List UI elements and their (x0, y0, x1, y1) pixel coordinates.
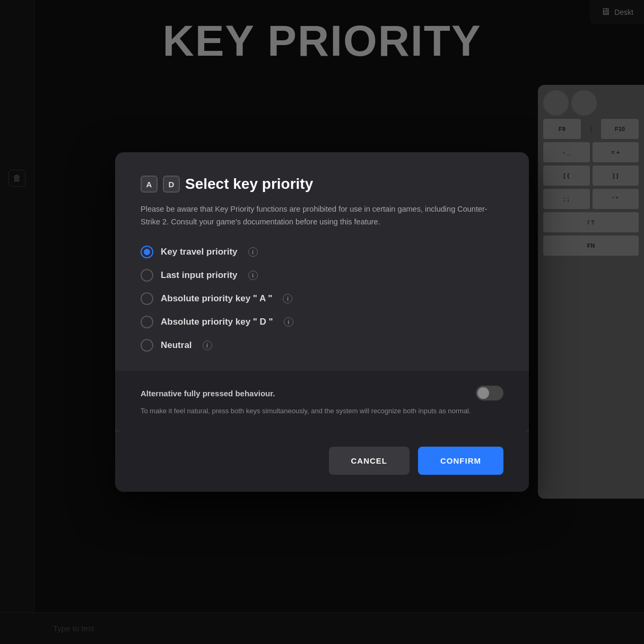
option-abs-a[interactable]: Absolute priority key " A " i (141, 292, 503, 305)
key-badge-d: D (163, 176, 180, 193)
option-neutral[interactable]: Neutral i (141, 339, 503, 352)
option-abs-d[interactable]: Absolute priority key " D " i (141, 316, 503, 328)
info-icon-last-input[interactable]: i (248, 271, 258, 280)
dialog-title: Select key priority (185, 176, 313, 193)
radio-key-travel[interactable] (141, 246, 153, 258)
toggle-description: To make it feel natural, press both keys… (141, 406, 503, 417)
option-label-abs-d: Absolute priority key " D " (161, 317, 273, 327)
toggle-section: Alternative fully pressed behaviour. To … (115, 371, 529, 432)
dialog: A D Select key priority Please be aware … (115, 152, 529, 492)
confirm-button[interactable]: CONFIRM (418, 447, 503, 475)
info-icon-key-travel[interactable]: i (248, 247, 258, 257)
radio-abs-d[interactable] (141, 316, 153, 328)
cancel-button[interactable]: CANCEL (329, 447, 410, 475)
toggle-switch[interactable] (476, 386, 503, 401)
toggle-knob (477, 387, 489, 399)
option-last-input[interactable]: Last input priority i (141, 269, 503, 282)
info-icon-abs-d[interactable]: i (284, 317, 293, 327)
option-label-abs-a: Absolute priority key " A " (161, 293, 272, 304)
option-label-key-travel: Key travel priority (161, 247, 238, 257)
toggle-row: Alternative fully pressed behaviour. (141, 386, 503, 401)
dialog-header: A D Select key priority (141, 176, 503, 193)
radio-last-input[interactable] (141, 269, 153, 282)
key-badge-a: A (141, 176, 158, 193)
dialog-description: Please be aware that Key Priority functi… (141, 203, 503, 229)
option-label-last-input: Last input priority (161, 270, 238, 281)
options-list: Key travel priority i Last input priorit… (141, 246, 503, 352)
radio-abs-a[interactable] (141, 292, 153, 305)
radio-inner-key-travel (144, 249, 150, 255)
option-label-neutral: Neutral (161, 340, 192, 351)
info-icon-abs-a[interactable]: i (283, 294, 292, 303)
info-icon-neutral[interactable]: i (203, 341, 212, 350)
radio-neutral[interactable] (141, 339, 153, 352)
toggle-label: Alternative fully pressed behaviour. (141, 389, 275, 398)
option-key-travel[interactable]: Key travel priority i (141, 246, 503, 258)
dialog-actions: CANCEL CONFIRM (115, 432, 529, 492)
modal-overlay: A D Select key priority Please be aware … (0, 0, 644, 644)
